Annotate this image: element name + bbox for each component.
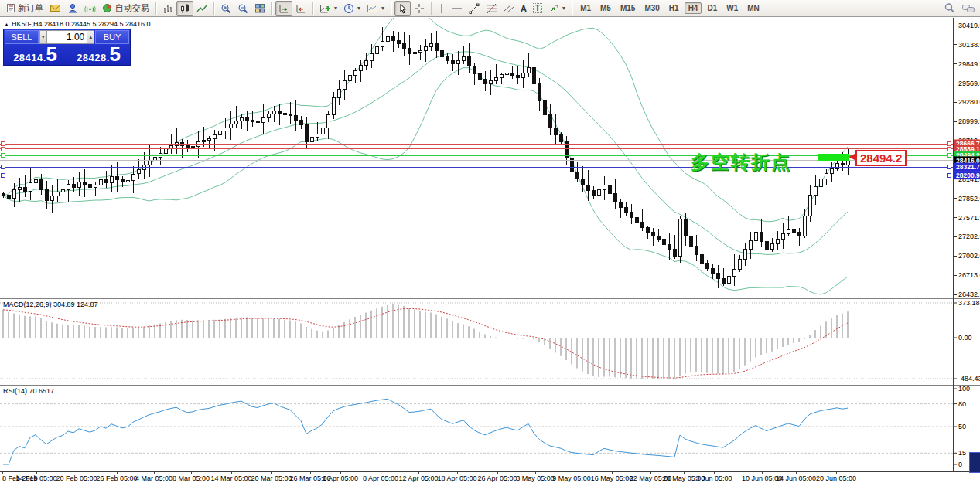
auto-trading-button[interactable]: 自动交易 [99,1,152,16]
timeframe-button-M5[interactable]: M5 [596,2,615,14]
candle [592,191,595,196]
zoom-out-button[interactable] [234,1,251,16]
turning-point-annotation[interactable]: 多空转折点 [691,150,791,175]
price-axis-label: 26432.5 [958,291,980,298]
toolbar: 新订单 自动交易 [0,0,980,17]
zoom-in-button[interactable] [217,1,234,16]
candle [814,187,817,196]
timeframe-button-H1[interactable]: H1 [665,2,683,14]
candle [29,182,32,191]
candle [397,40,400,43]
candle [278,111,281,114]
profile-button[interactable] [64,1,81,16]
candle [137,170,140,174]
text-label-button[interactable]: T [530,1,545,16]
vertical-line-button[interactable] [435,1,449,16]
candle [180,143,183,146]
price-axis-label: 26713.0 [958,271,980,279]
date-axis-label: 18 Apr 05:00 [437,474,476,482]
candle [635,218,638,223]
line-chart-button[interactable] [193,1,210,16]
arrows-button[interactable]: ▾ [545,1,569,16]
candle [83,182,86,185]
turning-point-rectangle[interactable] [818,154,849,161]
candle [234,121,237,124]
sell-price[interactable]: 28414.5 [4,45,67,65]
trendline-button[interactable] [466,1,483,16]
tile-windows-button[interactable] [251,1,268,16]
envelope-button[interactable] [46,1,64,16]
arrows-icon [548,3,559,14]
timeframe-button-H4[interactable]: H4 [685,2,702,14]
candle [787,230,790,234]
candle [126,181,129,182]
timeframe-group: M1M5M15M30H1H4D1W1MN [575,0,764,17]
timeframe-button-W1[interactable]: W1 [722,2,742,14]
candle [359,65,362,70]
candle [781,234,784,240]
candle [538,84,541,101]
timeframe-button-M1[interactable]: M1 [576,2,595,14]
signal-icon [84,3,96,13]
timeframe-button-M15[interactable]: M15 [616,2,639,14]
indicators-button[interactable]: ▾ [316,1,340,16]
candle [18,187,21,190]
rsi-axis-label: 15 [958,449,966,457]
candle [169,145,172,148]
new-order-button[interactable]: 新订单 [3,1,46,16]
horizontal-line-button[interactable] [449,1,466,16]
candle [754,233,757,241]
timeframe-button-D1[interactable]: D1 [703,2,721,14]
volume-up-button[interactable]: ▴ [87,30,94,44]
candle [391,37,394,40]
price-callout[interactable]: 28494.2 [855,150,907,166]
buy-price[interactable]: 28428.5 [67,45,130,65]
candle [521,73,524,77]
channel-icon [504,3,514,14]
candle [705,263,709,268]
search-button[interactable] [941,1,958,16]
candle [527,67,530,73]
mt4-window: 新订单 自动交易 [0,0,980,483]
candlestick-chart-button[interactable] [176,1,193,16]
candle [305,124,308,141]
bar-chart-button[interactable] [159,1,176,16]
text-tool-button[interactable]: A [517,1,530,16]
macd-panel[interactable]: 373.180.00-484.43 [0,298,980,385]
sell-button[interactable]: SELL [5,30,39,44]
crosshair-button[interactable] [411,1,428,16]
date-axis-label: 14 Mar 05:00 [210,474,251,482]
chart-shift-icon [295,3,306,14]
signals-button[interactable] [81,1,99,16]
periods-button[interactable]: ▾ [340,1,364,16]
channel-button[interactable] [500,1,517,16]
candle [408,49,411,54]
periods-clock-icon [343,3,354,14]
date-axis-label: 26 Apr 05:00 [477,474,517,482]
price-axis-label: 30419.0 [958,22,980,29]
candle [440,50,443,57]
candle [12,190,15,199]
candle [261,118,265,123]
candle [2,193,5,196]
fibonacci-button[interactable] [483,1,500,16]
sell-price-big: 5 [46,46,56,63]
cursor-button[interactable] [394,1,411,16]
timeframe-button-MN[interactable]: MN [743,2,763,14]
chat-button[interactable] [958,1,978,16]
templates-button[interactable]: ▾ [364,1,388,16]
svg-text:28321.7: 28321.7 [956,163,980,171]
time-axis[interactable]: 8 Feb 201914 Feb 05:0020 Feb 05:0026 Feb… [0,471,980,483]
rsi-panel[interactable]: 1008050150 [0,385,980,471]
candle [224,128,227,131]
auto-scroll-button[interactable] [275,1,292,16]
candle [321,128,324,134]
candle [510,73,514,76]
price-axis-label: 30138.5 [958,41,980,49]
timeframe-button-M30[interactable]: M30 [640,2,663,14]
minimized-window[interactable] [969,452,980,473]
candle [646,228,649,233]
chart-shift-button[interactable] [292,1,309,16]
candle [348,76,351,81]
candle [668,245,671,250]
